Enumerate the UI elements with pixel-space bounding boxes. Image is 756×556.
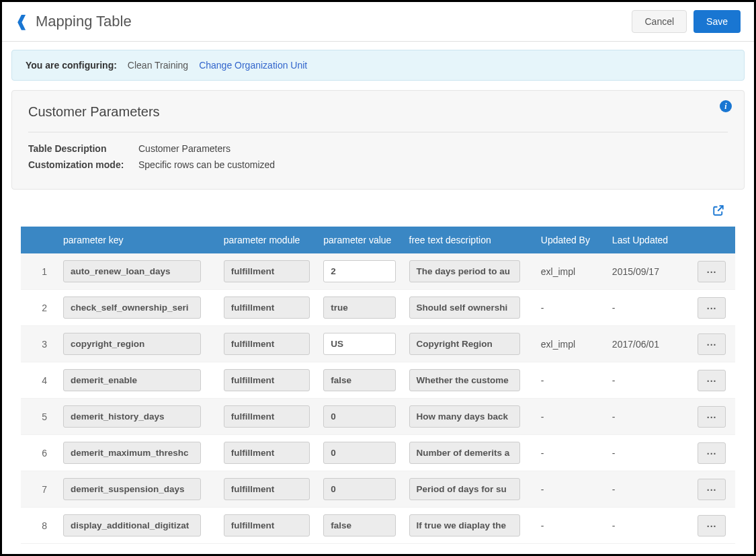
updated-by: - [534,290,605,326]
param-key[interactable]: demerit_enable [63,369,201,391]
param-value[interactable]: false [323,369,395,391]
param-key[interactable]: demerit_maximum_threshc [63,442,201,464]
param-desc[interactable]: If true we diaplay the [409,514,520,537]
header-actions: Cancel Save [632,10,741,33]
param-value[interactable]: true [323,296,395,319]
desc-label: Table Description [28,143,129,154]
param-value-input[interactable]: 2 [323,260,395,282]
header-left: ❰ Mapping Table [15,13,132,30]
param-module[interactable]: fulfillment [224,296,310,319]
param-value[interactable]: 0 [323,405,395,428]
table-row: 2 check_self_ownership_seri fulfillment … [21,290,735,326]
org-banner-name: Clean Training [128,60,188,71]
last-updated: 2015/09/17 [605,253,691,290]
info-icon[interactable]: i [720,100,732,112]
row-number: 7 [21,471,56,508]
table-row: 8 display_additional_digitizat fulfillme… [21,508,735,544]
row-actions-button[interactable]: ... [698,479,726,500]
page-header: ❰ Mapping Table Cancel Save [2,2,754,42]
param-value[interactable]: false [323,514,395,537]
updated-by: exl_impl [534,326,605,362]
last-updated: - [605,471,691,508]
param-desc[interactable]: Period of days for su [409,478,520,500]
table-row: 7 demerit_suspension_days fulfillment 0 … [21,471,735,508]
section-customer-parameters: i Customer Parameters Table Description … [11,90,745,190]
cancel-button[interactable]: Cancel [632,10,687,33]
param-module[interactable]: fulfillment [224,514,310,537]
table-toolbar [11,204,745,220]
col-last-updated[interactable]: Last Updated [605,227,691,253]
table-row: 5 demerit_history_days fulfillment 0 How… [21,399,735,435]
col-actions [691,227,735,253]
param-value-input[interactable]: US [323,333,395,355]
col-updated-by[interactable]: Updated By [534,227,605,253]
desc-value: Customer Parameters [138,143,230,154]
export-icon[interactable] [712,204,724,220]
col-num [21,227,56,253]
param-desc[interactable]: Number of demerits a [409,442,520,464]
parameter-table: parameter key parameter module parameter… [21,227,735,544]
back-icon[interactable]: ❰ [15,13,28,30]
row-number: 8 [21,508,56,544]
param-desc[interactable]: Copyright Region [409,333,520,355]
param-desc[interactable]: Whether the custome [409,369,520,391]
param-key[interactable]: display_additional_digitizat [63,514,201,537]
table-header-row: parameter key parameter module parameter… [21,227,735,253]
row-number: 2 [21,290,56,326]
param-module[interactable]: fulfillment [224,405,310,428]
param-module[interactable]: fulfillment [224,478,310,500]
row-actions-button[interactable]: ... [698,333,726,355]
param-value[interactable]: 0 [323,442,395,464]
updated-by: exl_impl [534,253,605,290]
last-updated: - [605,399,691,435]
col-module[interactable]: parameter module [217,227,317,253]
updated-by: - [534,471,605,508]
content: You are configuring: Clean Training Chan… [2,42,754,552]
col-key[interactable]: parameter key [56,227,217,253]
row-actions-button[interactable]: ... [698,261,726,282]
param-desc[interactable]: How many days back [409,405,520,428]
table-row: 6 demerit_maximum_threshc fulfillment 0 … [21,435,735,471]
updated-by: - [534,435,605,471]
param-module[interactable]: fulfillment [224,442,310,464]
param-module[interactable]: fulfillment [224,260,310,282]
param-desc[interactable]: Should self ownershi [409,296,520,319]
col-desc[interactable]: free text description [403,227,534,253]
row-actions-button[interactable]: ... [698,515,726,537]
row-number: 5 [21,399,56,435]
param-desc[interactable]: The days period to au [409,260,520,282]
divider [28,132,728,132]
save-button[interactable]: Save [694,10,741,33]
row-number: 3 [21,326,56,362]
section-title: Customer Parameters [28,104,728,120]
param-key[interactable]: check_self_ownership_seri [63,296,201,319]
param-value[interactable]: 0 [323,478,395,500]
table-wrap: parameter key parameter module parameter… [11,227,745,544]
table-row: 1 auto_renew_loan_days fulfillment 2 The… [21,253,735,290]
param-key[interactable]: demerit_history_days [63,405,201,428]
updated-by: - [534,399,605,435]
table-row: 3 copyright_region fulfillment US Copyri… [21,326,735,362]
param-module[interactable]: fulfillment [224,369,310,391]
param-key[interactable]: copyright_region [63,333,201,355]
section-row-desc: Table Description Customer Parameters [28,143,728,154]
mode-value: Specific rows can be customized [138,159,275,170]
row-actions-button[interactable]: ... [698,442,726,464]
mode-label: Customization mode: [28,159,129,170]
param-module[interactable]: fulfillment [224,333,310,355]
last-updated: - [605,508,691,544]
row-actions-button[interactable]: ... [698,297,726,319]
last-updated: - [605,290,691,326]
row-actions-button[interactable]: ... [698,370,726,391]
change-org-link[interactable]: Change Organization Unit [199,60,307,71]
last-updated: - [605,362,691,399]
param-key[interactable]: auto_renew_loan_days [63,260,201,282]
param-key[interactable]: demerit_suspension_days [63,478,201,500]
row-number: 1 [21,253,56,290]
col-value[interactable]: parameter value [317,227,402,253]
updated-by: - [534,508,605,544]
org-banner: You are configuring: Clean Training Chan… [11,50,745,81]
section-row-mode: Customization mode: Specific rows can be… [28,159,728,170]
row-number: 6 [21,435,56,471]
row-actions-button[interactable]: ... [698,406,726,428]
